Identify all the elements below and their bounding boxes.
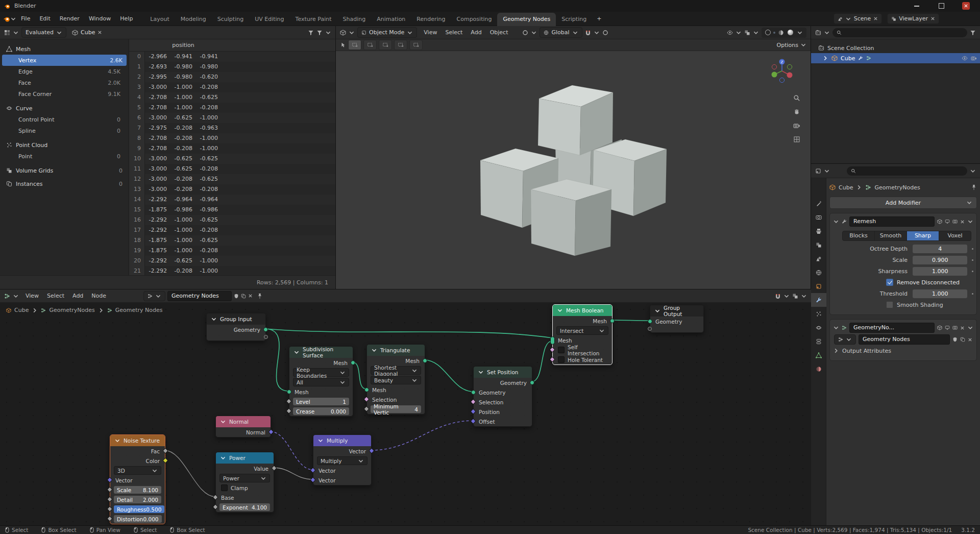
outliner-filter-icon[interactable]: [970, 30, 976, 36]
sidebar-group-curve[interactable]: Curve: [0, 103, 129, 114]
node-editor-menu-item[interactable]: View: [21, 293, 43, 299]
outliner-editor-icon[interactable]: [815, 30, 821, 36]
node-subdivision-surface[interactable]: Subdivision Surface Mesh Keep Boundaries…: [289, 346, 353, 417]
select-subtract-icon[interactable]: [379, 40, 392, 50]
tab-view-layer[interactable]: [811, 238, 826, 252]
tab-physics[interactable]: [811, 321, 826, 334]
table-row[interactable]: 8 -2.708 -0.208 -1.000: [129, 133, 335, 143]
tab-constraints[interactable]: [811, 334, 826, 348]
workspace-tab[interactable]: Shading: [337, 13, 372, 26]
collapse-icon[interactable]: [220, 455, 226, 461]
viewport-3d[interactable]: Z Object Mode ViewSelectAddObject: [336, 26, 811, 289]
collapse-icon[interactable]: [220, 419, 226, 425]
outliner-row-cube[interactable]: Cube: [811, 53, 980, 63]
geometry-output-socket[interactable]: [263, 327, 268, 332]
ngon-method-dropdown[interactable]: Beauty: [371, 376, 421, 384]
remove-modifier-icon[interactable]: [960, 326, 965, 330]
sharpness-field[interactable]: 1.000: [913, 267, 967, 276]
collapse-icon[interactable]: [211, 316, 217, 322]
quad-method-dropdown[interactable]: Shortest Diagonal: [371, 366, 421, 375]
breadcrumb-modifier[interactable]: GeometryNodes: [49, 307, 94, 313]
node-set-position[interactable]: Set Position Geometry Geometry Selection…: [473, 366, 532, 427]
remove-disconnected-checkbox[interactable]: [886, 279, 893, 286]
node-group-input[interactable]: Group Input Geometry: [206, 313, 266, 341]
sidebar-item-spline[interactable]: Spline 0: [2, 125, 127, 136]
unlink-icon[interactable]: [968, 337, 972, 342]
collapse-icon[interactable]: [317, 438, 324, 444]
new-copy-icon[interactable]: [241, 294, 246, 299]
tab-material[interactable]: [811, 362, 826, 376]
modifier-name-field[interactable]: GeometryNo...: [849, 323, 935, 333]
unlink-icon[interactable]: [248, 294, 253, 298]
close-button[interactable]: [955, 0, 976, 12]
tab-particles[interactable]: [811, 307, 826, 321]
overlays-icon[interactable]: [744, 30, 750, 36]
sidebar-group-point-cloud[interactable]: Point Cloud: [0, 139, 129, 151]
maximize-button[interactable]: [931, 0, 951, 12]
threshold-field[interactable]: 1.000: [913, 289, 967, 298]
animate-dot-icon[interactable]: [972, 248, 973, 250]
sidebar-group-instances[interactable]: Instances 0: [0, 178, 129, 189]
fake-user-shield-icon[interactable]: [234, 294, 239, 299]
edit-mode-display-toggle-icon[interactable]: [937, 325, 942, 330]
geometry-input-socket[interactable]: [648, 319, 652, 324]
animate-dot-icon[interactable]: [972, 293, 973, 295]
transform-pivot-icon[interactable]: [522, 30, 528, 36]
table-row[interactable]: 4 -2.708 -1.000 -0.625: [129, 92, 335, 103]
viewport-menu-item[interactable]: View: [420, 29, 441, 36]
mode-dropdown[interactable]: Object Mode: [357, 27, 417, 38]
table-row[interactable]: 5 -2.708 -1.000 -0.208: [129, 103, 335, 113]
expand-icon[interactable]: [822, 55, 828, 61]
geometry-output-socket[interactable]: [530, 380, 534, 385]
extras-menu-icon[interactable]: [967, 325, 973, 331]
select-new-icon[interactable]: [348, 40, 361, 50]
workspace-tab[interactable]: Texture Paint: [290, 13, 337, 26]
viewport-editor-icon[interactable]: [340, 30, 346, 36]
table-row[interactable]: 9 -2.708 -0.208 -1.000: [129, 143, 335, 154]
node-editor-menu-item[interactable]: Node: [87, 293, 110, 299]
workspace-tab[interactable]: Animation: [371, 13, 411, 26]
remesh-mode-button[interactable]: Sharp: [907, 231, 939, 240]
level-field[interactable]: Level1: [293, 398, 349, 405]
edit-mode-display-toggle-icon[interactable]: [937, 219, 942, 224]
sidebar-group-mesh[interactable]: Mesh: [0, 43, 129, 55]
geometry-input-socket[interactable]: [471, 390, 476, 395]
remove-modifier-icon[interactable]: [960, 220, 965, 224]
active-tool-icon[interactable]: [340, 42, 346, 48]
add-modifier-button[interactable]: Add Modifier: [829, 197, 977, 209]
sidebar-item-point[interactable]: Point 0: [2, 151, 127, 162]
table-row[interactable]: 20 -2.292 -0.625 -1.000: [129, 256, 335, 266]
column-filter-icon[interactable]: [316, 30, 323, 36]
extras-menu-icon[interactable]: [967, 219, 973, 225]
table-row[interactable]: 6 -3.000 -0.625 -1.000: [129, 113, 335, 123]
crease-field[interactable]: Crease0.000: [293, 407, 349, 415]
table-row[interactable]: 7 -2.975 -0.208 -0.963: [129, 123, 335, 133]
table-row[interactable]: 14 -2.292 -0.964 -0.964: [129, 195, 335, 205]
table-row[interactable]: 15 -1.875 -0.986 -0.986: [129, 205, 335, 215]
spreadsheet-editor-icon[interactable]: [4, 30, 10, 36]
geometry-node-editor[interactable]: Cube GeometryNodes Geometry Nodes Group …: [0, 289, 811, 525]
exponent-field[interactable]: Exponent4.100: [219, 503, 270, 511]
viewport-menu-item[interactable]: Select: [441, 29, 467, 36]
mesh-input-socket[interactable]: [364, 387, 369, 392]
realtime-display-toggle-icon[interactable]: [945, 325, 950, 330]
render-display-toggle-icon[interactable]: [952, 325, 958, 330]
collapse-icon[interactable]: [293, 349, 300, 355]
collapse-icon[interactable]: [478, 369, 484, 375]
workspace-tab[interactable]: Geometry Nodes: [497, 13, 556, 26]
select-intersect-icon[interactable]: [409, 40, 423, 50]
smooth-shading-checkbox[interactable]: [886, 301, 893, 308]
workspace-tab[interactable]: Layout: [144, 13, 175, 26]
node-normal[interactable]: Normal Normal: [215, 416, 271, 438]
mesh-multi-input-socket[interactable]: [550, 336, 555, 345]
realtime-display-toggle-icon[interactable]: [945, 219, 950, 224]
sidebar-item-edge[interactable]: Edge 4.5K: [2, 66, 127, 77]
shading-material-icon[interactable]: [778, 30, 784, 36]
distortion-field[interactable]: Distortion0.000: [114, 515, 162, 523]
shading-wireframe-icon[interactable]: [765, 30, 771, 35]
breadcrumb-tree[interactable]: GeometryNodes: [874, 184, 920, 191]
snap-magnet-icon[interactable]: [775, 293, 781, 299]
minimize-button[interactable]: [906, 0, 927, 12]
unlink-scene-icon[interactable]: [873, 16, 878, 21]
table-row[interactable]: 19 -1.875 -1.000 -0.208: [129, 246, 335, 256]
